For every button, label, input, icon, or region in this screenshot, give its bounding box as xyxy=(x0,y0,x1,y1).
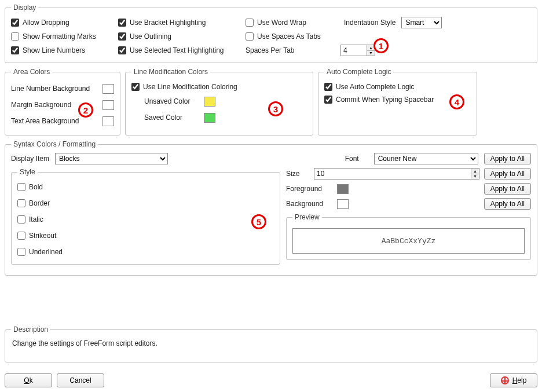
use-selected-text-highlighting-checkbox[interactable]: Use Selected Text Highlighting xyxy=(118,44,240,57)
style-legend: Style xyxy=(17,168,38,176)
indentation-style-label: Indentation Style xyxy=(344,19,395,27)
margin-bg-swatch[interactable] xyxy=(102,100,114,110)
stepper-up-icon: ▲ xyxy=(471,168,478,174)
style-group: Style Bold Border Italic Strikeout Under… xyxy=(11,168,280,265)
size-apply-all-button[interactable]: Apply to All xyxy=(484,168,531,179)
use-spaces-as-tabs-checkbox[interactable]: Use Spaces As Tabs xyxy=(246,30,338,43)
ok-button[interactable]: Ok xyxy=(5,373,52,387)
strikeout-checkbox[interactable]: Strikeout xyxy=(17,229,56,242)
syntax-colors-group: Syntax Colors / Formatting Display Item … xyxy=(5,140,537,276)
size-label: Size xyxy=(286,170,309,178)
annotation-4: 4 xyxy=(449,94,464,109)
unsaved-color-label: Unsaved Color xyxy=(144,97,193,105)
preview-group: Preview AaBbCcXxYyZz xyxy=(286,213,531,260)
line-number-bg-swatch[interactable] xyxy=(102,84,114,94)
life-ring-icon xyxy=(501,376,509,384)
commit-spacebar-checkbox[interactable]: Commit When Typing Spacebar xyxy=(324,93,434,106)
stepper-down-icon: ▼ xyxy=(471,174,478,179)
text-area-bg-label: Text Area Background xyxy=(11,117,79,125)
allow-dropping-checkbox[interactable]: Allow Dropping xyxy=(11,16,112,29)
unsaved-color-swatch[interactable] xyxy=(204,97,215,107)
font-label: Font xyxy=(345,155,368,163)
stepper-up-icon: ▲ xyxy=(367,45,375,51)
cancel-button[interactable]: Cancel xyxy=(57,373,104,387)
line-mod-colors-group: Line Modification Colors Use Line Modifi… xyxy=(125,68,313,135)
stepper-down-icon: ▼ xyxy=(367,51,375,56)
display-item-select[interactable]: Blocks xyxy=(55,153,168,164)
area-colors-legend: Area Colors xyxy=(11,68,52,76)
border-checkbox[interactable]: Border xyxy=(17,197,50,210)
use-bracket-highlighting-checkbox[interactable]: Use Bracket Highlighting xyxy=(118,16,240,29)
help-button[interactable]: Help xyxy=(490,373,537,387)
annotation-5: 5 xyxy=(251,214,266,229)
line-mod-legend: Line Modification Colors xyxy=(131,68,210,76)
use-word-wrap-checkbox[interactable]: Use Word Wrap xyxy=(246,16,338,29)
text-area-bg-swatch[interactable] xyxy=(102,116,114,126)
description-legend: Description xyxy=(11,325,50,334)
fg-apply-all-button[interactable]: Apply to All xyxy=(484,183,531,195)
spaces-per-tab-stepper[interactable]: ▲▼ xyxy=(340,45,375,56)
background-label: Background xyxy=(286,200,332,208)
preview-box: AaBbCcXxYyZz xyxy=(292,228,525,254)
use-line-mod-coloring-checkbox[interactable]: Use Line Modification Coloring xyxy=(131,80,237,93)
auto-complete-legend: Auto Complete Logic xyxy=(324,68,393,76)
size-stepper[interactable]: ▲▼ xyxy=(314,168,479,179)
syntax-legend: Syntax Colors / Formatting xyxy=(11,140,98,148)
use-outlining-checkbox[interactable]: Use Outlining xyxy=(118,30,240,43)
margin-bg-label: Margin Background xyxy=(11,101,71,109)
font-apply-all-button[interactable]: Apply to All xyxy=(484,153,531,164)
italic-checkbox[interactable]: Italic xyxy=(17,213,43,226)
display-item-label: Display Item xyxy=(11,155,49,163)
line-number-bg-label: Line Number Background xyxy=(11,85,90,93)
description-text: Change the settings of FreeForm script e… xyxy=(11,338,531,349)
bold-checkbox[interactable]: Bold xyxy=(17,181,43,193)
bg-apply-all-button[interactable]: Apply to All xyxy=(484,198,531,210)
underlined-checkbox[interactable]: Underlined xyxy=(17,246,63,258)
use-auto-complete-checkbox[interactable]: Use Auto Complete Logic xyxy=(324,80,414,93)
saved-color-label: Saved Color xyxy=(144,113,193,122)
preview-legend: Preview xyxy=(292,213,322,221)
description-group: Description Change the settings of FreeF… xyxy=(5,325,537,362)
display-group: Display Allow Dropping Use Bracket Highl… xyxy=(5,3,537,63)
saved-color-swatch[interactable] xyxy=(204,113,215,123)
font-select[interactable]: Courier New xyxy=(374,153,478,164)
display-legend: Display xyxy=(11,3,38,12)
indentation-style-select[interactable]: Smart xyxy=(401,17,442,28)
auto-complete-group: Auto Complete Logic Use Auto Complete Lo… xyxy=(318,68,477,135)
foreground-label: Foreground xyxy=(286,185,332,193)
area-colors-group: Area Colors Line Number Background Margi… xyxy=(5,68,120,135)
foreground-swatch[interactable] xyxy=(337,184,349,194)
show-formatting-marks-checkbox[interactable]: Show Formatting Marks xyxy=(11,30,112,43)
background-swatch[interactable] xyxy=(337,199,349,209)
spaces-per-tab-label: Spaces Per Tab xyxy=(246,46,295,54)
show-line-numbers-checkbox[interactable]: Show Line Numbers xyxy=(11,44,112,57)
